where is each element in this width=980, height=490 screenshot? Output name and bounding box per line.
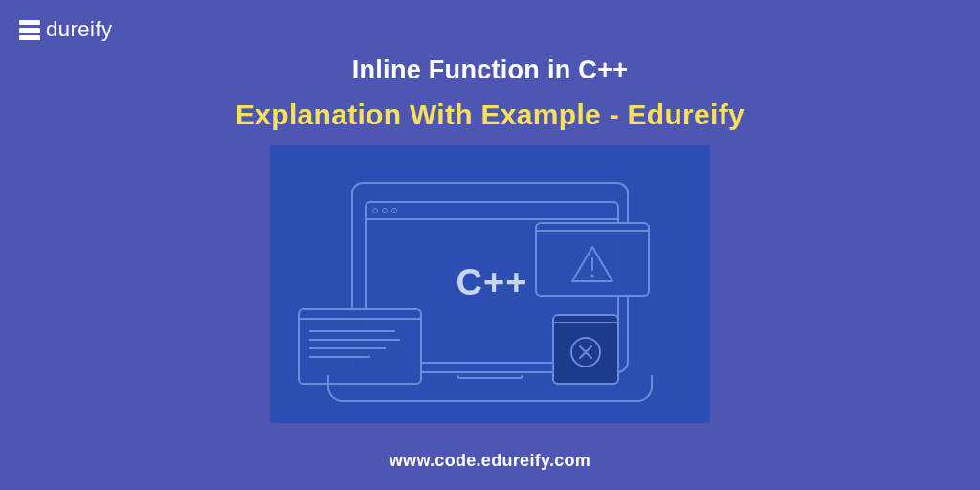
laptop-screen: C++ bbox=[351, 182, 629, 373]
laptop-hinge bbox=[457, 375, 523, 379]
text-line-icon bbox=[309, 347, 386, 349]
text-line-icon bbox=[309, 339, 400, 341]
brand-logo: dureify bbox=[19, 17, 113, 42]
illustration-panel: C++ bbox=[270, 145, 710, 423]
warning-popup bbox=[535, 222, 650, 297]
browser-titlebar bbox=[367, 203, 617, 220]
footer-url: www.code.edureify.com bbox=[0, 451, 980, 471]
close-icon bbox=[569, 336, 602, 368]
logo-bars-icon bbox=[19, 20, 40, 40]
text-line-icon bbox=[309, 356, 370, 358]
laptop-base bbox=[327, 375, 653, 402]
browser-window: C++ bbox=[365, 201, 619, 364]
text-popup bbox=[298, 308, 422, 385]
popup-titlebar bbox=[554, 316, 617, 323]
headline-block: Inline Function in C++ Explanation With … bbox=[0, 56, 980, 131]
svg-point-1 bbox=[590, 274, 593, 277]
code-language-label: C++ bbox=[457, 262, 528, 303]
title-secondary: Explanation With Example - Edureify bbox=[0, 99, 980, 131]
warning-icon bbox=[570, 245, 614, 283]
popup-titlebar bbox=[300, 310, 420, 320]
brand-name: dureify bbox=[46, 17, 113, 42]
text-line-icon bbox=[309, 330, 395, 332]
laptop-icon: C++ bbox=[327, 182, 653, 402]
error-popup bbox=[552, 314, 619, 385]
popup-titlebar bbox=[537, 224, 648, 232]
title-primary: Inline Function in C++ bbox=[0, 56, 980, 85]
